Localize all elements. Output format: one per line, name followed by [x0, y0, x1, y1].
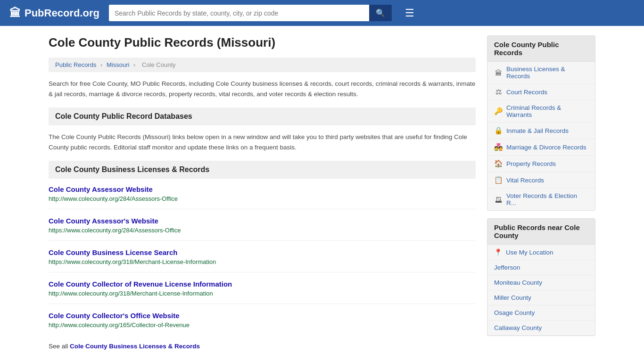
record-title-4[interactable]: Cole County Collector's Office Website	[49, 312, 476, 320]
inmate-icon: 🔒	[494, 126, 503, 135]
record-entry-3: Cole County Collector of Revenue License…	[49, 280, 476, 304]
logo-text: PubRecord.org	[25, 7, 99, 19]
record-url-4[interactable]: http://www.colecounty.org/165/Collector-…	[49, 321, 190, 329]
use-location-item[interactable]: 📍 Use My Location	[487, 245, 595, 260]
breadcrumb-public-records[interactable]: Public Records	[55, 61, 96, 68]
nearby-moniteau-label: Moniteau County	[494, 279, 542, 286]
sidebar-item-criminal[interactable]: 🔑 Criminal Records & Warrants	[487, 100, 595, 123]
search-bar: 🔍	[109, 5, 392, 21]
sidebar-public-records-title: Cole County Public Records	[487, 36, 595, 62]
breadcrumb: Public Records › Missouri › Cole County	[49, 58, 476, 72]
sidebar-nearby-title: Public Records near Cole County	[487, 219, 595, 245]
vital-icon: 📋	[494, 176, 503, 184]
business-icon: 🏛	[494, 69, 503, 77]
record-url-0[interactable]: http://www.colecounty.org/284/Assessors-…	[49, 195, 178, 202]
logo-icon: 🏛	[9, 7, 21, 20]
search-button[interactable]: 🔍	[369, 5, 392, 21]
sidebar: Cole County Public Records 🏛 Business Li…	[487, 35, 595, 350]
nearby-jefferson[interactable]: Jefferson	[487, 260, 595, 275]
databases-section-header: Cole County Public Record Databases	[49, 107, 476, 125]
see-all-prefix: See all	[49, 343, 70, 350]
sidebar-item-inmate-label: Inmate & Jail Records	[506, 127, 569, 134]
sidebar-public-records-box: Cole County Public Records 🏛 Business Li…	[487, 35, 595, 211]
hamburger-icon: ☰	[405, 7, 414, 19]
record-title-0[interactable]: Cole County Assessor Website	[49, 185, 476, 193]
record-title-1[interactable]: Cole County Assessor's Website	[49, 217, 476, 225]
record-url-2[interactable]: https://www.colecounty.org/318/Merchant-…	[49, 258, 216, 265]
menu-button[interactable]: ☰	[405, 7, 414, 19]
record-entry-2: Cole County Business License Search http…	[49, 248, 476, 272]
nearby-miller[interactable]: Miller County	[487, 290, 595, 305]
record-url-3[interactable]: http://www.colecounty.org/318/Merchant-L…	[49, 290, 213, 297]
sidebar-item-business[interactable]: 🏛 Business Licenses & Records	[487, 62, 595, 84]
property-icon: 🏠	[494, 159, 503, 168]
business-section-header: Cole County Business Licenses & Records	[49, 161, 476, 179]
nearby-callaway[interactable]: Callaway County	[487, 321, 595, 336]
site-logo[interactable]: 🏛 PubRecord.org	[9, 7, 99, 20]
nearby-callaway-label: Callaway County	[494, 324, 542, 331]
breadcrumb-current: Cole County	[142, 61, 176, 68]
page-container: Cole County Public Records (Missouri) Pu…	[39, 26, 605, 359]
sidebar-item-voter-label: Voter Records & Election R...	[506, 192, 588, 206]
search-input[interactable]	[109, 5, 369, 21]
sidebar-item-inmate[interactable]: 🔒 Inmate & Jail Records	[487, 123, 595, 139]
record-title-2[interactable]: Cole County Business License Search	[49, 248, 476, 256]
breadcrumb-missouri[interactable]: Missouri	[107, 61, 129, 68]
sidebar-item-voter[interactable]: 🗳 Voter Records & Election R...	[487, 189, 595, 210]
sidebar-item-vital[interactable]: 📋 Vital Records	[487, 172, 595, 189]
nearby-miller-label: Miller County	[494, 294, 531, 301]
voter-icon: 🗳	[494, 196, 503, 204]
see-all-section: See all Cole County Business Licenses & …	[49, 343, 476, 350]
nearby-osage-label: Osage County	[494, 309, 535, 316]
nearby-moniteau[interactable]: Moniteau County	[487, 275, 595, 290]
record-entry-4: Cole County Collector's Office Website h…	[49, 312, 476, 335]
sidebar-item-marriage[interactable]: 💑 Marriage & Divorce Records	[487, 139, 595, 156]
nearby-osage[interactable]: Osage County	[487, 305, 595, 321]
breadcrumb-separator-1: ›	[100, 61, 104, 68]
sidebar-item-marriage-label: Marriage & Divorce Records	[506, 144, 586, 151]
sidebar-item-property[interactable]: 🏠 Property Records	[487, 156, 595, 172]
marriage-icon: 💑	[494, 143, 503, 151]
use-location-label: Use My Location	[506, 249, 553, 256]
sidebar-item-business-label: Business Licenses & Records	[506, 66, 588, 80]
search-icon: 🔍	[376, 9, 385, 17]
record-list: Cole County Assessor Website http://www.…	[49, 185, 476, 335]
sidebar-item-court[interactable]: ⚖ Court Records	[487, 84, 595, 100]
record-url-1[interactable]: https://www.colecounty.org/284/Assessors…	[49, 227, 181, 234]
sidebar-item-court-label: Court Records	[506, 89, 547, 96]
page-title: Cole County Public Records (Missouri)	[49, 35, 476, 50]
sidebar-item-criminal-label: Criminal Records & Warrants	[506, 104, 588, 118]
databases-description: The Cole County Public Records (Missouri…	[49, 132, 476, 152]
see-all-link[interactable]: Cole County Business Licenses & Records	[70, 343, 200, 350]
page-description: Search for free Cole County, MO Public R…	[49, 79, 476, 99]
court-icon: ⚖	[494, 88, 503, 96]
sidebar-item-vital-label: Vital Records	[506, 177, 544, 184]
breadcrumb-separator-2: ›	[133, 61, 137, 68]
sidebar-item-property-label: Property Records	[506, 160, 556, 167]
sidebar-nearby-box: Public Records near Cole County 📍 Use My…	[487, 218, 595, 336]
location-icon: 📍	[494, 248, 502, 256]
site-header: 🏛 PubRecord.org 🔍 ☰	[0, 0, 644, 26]
record-entry-0: Cole County Assessor Website http://www.…	[49, 185, 476, 209]
main-content: Cole County Public Records (Missouri) Pu…	[49, 35, 476, 350]
nearby-jefferson-label: Jefferson	[494, 264, 520, 271]
criminal-icon: 🔑	[494, 107, 503, 115]
record-entry-1: Cole County Assessor's Website https://w…	[49, 217, 476, 241]
record-title-3[interactable]: Cole County Collector of Revenue License…	[49, 280, 476, 288]
